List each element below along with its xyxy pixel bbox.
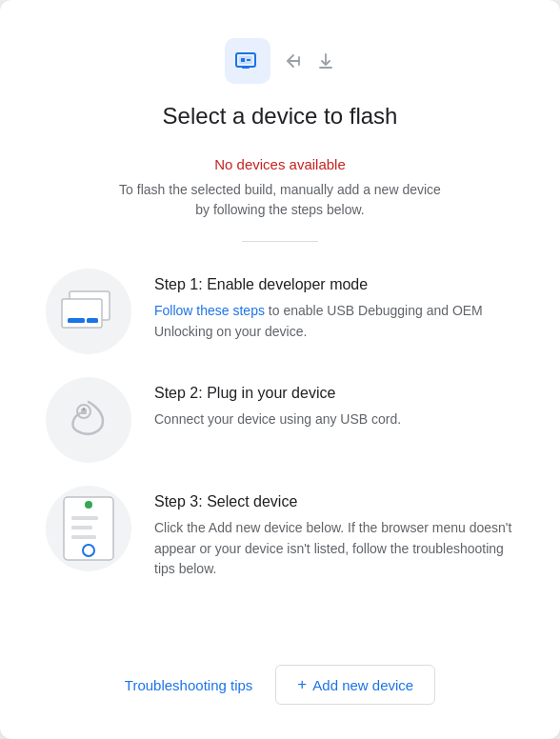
svg-rect-3 [247, 59, 250, 61]
step-3-row: Step 3: Select device Click the Add new … [46, 486, 514, 580]
svg-rect-15 [71, 526, 92, 529]
svg-rect-4 [242, 67, 250, 69]
svg-rect-6 [62, 299, 102, 328]
svg-rect-8 [87, 318, 98, 323]
step-1-desc: Follow these steps to enable USB Debuggi… [154, 301, 514, 342]
step-2-row: Step 2: Plug in your device Connect your… [46, 377, 514, 463]
add-icon: + [297, 675, 307, 694]
add-device-button[interactable]: + Add new device [275, 665, 435, 705]
step-1-title: Step 1: Enable developer mode [154, 276, 514, 293]
page-title: Select a device to flash [163, 103, 398, 130]
step-2-content: Step 2: Plug in your device Connect your… [154, 377, 514, 430]
svg-rect-16 [71, 535, 96, 539]
step-3-title: Step 3: Select device [154, 493, 514, 510]
step-3-illustration [46, 486, 131, 571]
add-device-label: Add new device [312, 677, 413, 693]
back-icon [284, 51, 303, 70]
svg-rect-11 [83, 408, 85, 410]
step-1-illustration [46, 269, 131, 354]
step-2-desc: Connect your device using any USB cord. [154, 409, 514, 430]
divider [242, 241, 318, 242]
step-1-row: Step 1: Enable developer mode Follow the… [46, 269, 514, 354]
troubleshoot-button[interactable]: Troubleshooting tips [125, 668, 253, 703]
svg-rect-2 [241, 58, 245, 62]
svg-rect-7 [68, 318, 85, 323]
download-icon [316, 51, 335, 70]
step-2-title: Step 2: Plug in your device [154, 385, 514, 402]
svg-point-13 [85, 501, 92, 509]
subtitle-text: To flash the selected build, manually ad… [118, 180, 442, 220]
step-3-content: Step 3: Select device Click the Add new … [154, 486, 514, 580]
main-card: Select a device to flash No devices avai… [0, 0, 560, 739]
svg-rect-14 [71, 516, 98, 520]
step-3-desc: Click the Add new device below. If the b… [154, 518, 514, 580]
no-devices-status: No devices available [214, 156, 346, 172]
top-icons [225, 38, 335, 84]
step-1-content: Step 1: Enable developer mode Follow the… [154, 269, 514, 342]
step-2-illustration [46, 377, 131, 463]
steps-container: Step 1: Enable developer mode Follow the… [46, 269, 514, 580]
follow-steps-link[interactable]: Follow these steps [154, 303, 265, 318]
device-flash-icon [225, 38, 270, 84]
footer: Troubleshooting tips + Add new device [46, 653, 514, 705]
